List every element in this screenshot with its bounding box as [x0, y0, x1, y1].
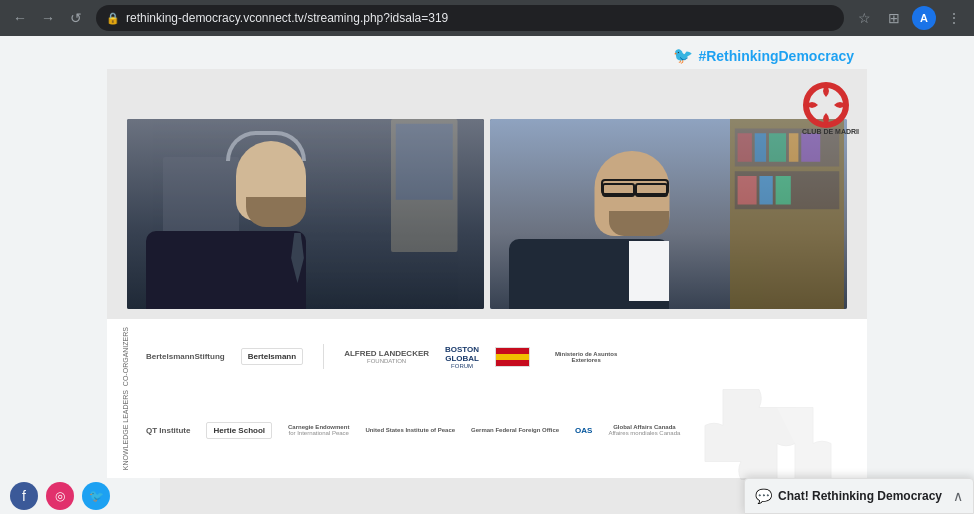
cdm-logo: CLUB DE MADRID	[794, 77, 859, 142]
co-organizers-label: CO-ORGANIZERS	[122, 327, 134, 386]
streaming-container: CLUB DE MADRID	[107, 69, 867, 514]
svg-rect-8	[738, 133, 752, 162]
co-organizers-logos: BertelsmannStiftung Bertelsmann ALFRED L…	[146, 344, 626, 369]
browser-chrome: ← → ↺ 🔒 rethinking-democracy.vconnect.tv…	[0, 0, 974, 36]
instagram-button[interactable]: ◎	[46, 482, 74, 510]
video-panels	[107, 69, 867, 319]
bookmark-button[interactable]: ☆	[852, 6, 876, 30]
divider1	[323, 344, 324, 369]
logo-us-institute: United States Institute of Peace	[365, 427, 455, 433]
logo-qt: QT Institute	[146, 426, 190, 435]
logo-spain-flag	[495, 347, 530, 367]
logo-german: German Federal Foreign Office	[471, 427, 559, 433]
svg-rect-10	[769, 133, 786, 162]
nav-buttons: ← → ↺	[8, 6, 88, 30]
forward-button[interactable]: →	[36, 6, 60, 30]
chat-icon: 💬	[755, 488, 772, 504]
logo-canada: Global Affairs Canada Affaires mondiales…	[608, 424, 680, 436]
svg-rect-5	[163, 157, 239, 243]
knowledge-logos: QT Institute Hertie School Carnegie Endo…	[146, 422, 680, 439]
svg-text:CLUB DE MADRID: CLUB DE MADRID	[802, 128, 859, 135]
video-panel-left	[127, 119, 484, 309]
address-bar[interactable]: 🔒 rethinking-democracy.vconnect.tv/strea…	[96, 5, 844, 31]
chat-title: 💬 Chat! Rethinking Democracy	[755, 488, 942, 504]
svg-rect-14	[738, 176, 757, 205]
svg-rect-16	[776, 176, 791, 205]
logo-boston: BOSTON GLOBAL FORUM	[445, 345, 479, 369]
refresh-button[interactable]: ↺	[64, 6, 88, 30]
facebook-button[interactable]: f	[10, 482, 38, 510]
logo-spain-text: Ministerio de Asuntos Exteriores	[546, 351, 626, 363]
page-content: 🐦 #RethinkingDemocracy CLUB DE MADRID	[0, 36, 974, 514]
toolbar-icons: ☆ ⊞ A ⋮	[852, 6, 966, 30]
url-text: rethinking-democracy.vconnect.tv/streami…	[126, 11, 834, 25]
hashtag-bar: 🐦 #RethinkingDemocracy	[0, 46, 974, 65]
video-panel-right	[490, 119, 847, 309]
logo-carnegie: Carnegie Endowment for International Pea…	[288, 424, 349, 436]
twitter-button[interactable]: 🐦	[82, 482, 110, 510]
logo-bertelsmann2: Bertelsmann	[241, 348, 303, 365]
svg-rect-15	[759, 176, 772, 205]
logo-alfred: ALFRED LANDECKER FOUNDATION	[344, 349, 429, 364]
extensions-button[interactable]: ⊞	[882, 6, 906, 30]
logo-hertie: Hertie School	[206, 422, 272, 439]
menu-button[interactable]: ⋮	[942, 6, 966, 30]
svg-rect-3	[396, 124, 453, 200]
person-left	[127, 119, 484, 309]
account-button[interactable]: A	[912, 6, 936, 30]
chat-expand-button[interactable]: ∧	[953, 488, 963, 504]
social-icons-bar: f ◎ 🐦	[0, 478, 160, 514]
lock-icon: 🔒	[106, 12, 120, 25]
person-right	[490, 119, 847, 309]
knowledge-leaders-label: KNOWLEDGE LEADERS	[122, 390, 134, 470]
svg-rect-9	[755, 133, 766, 162]
hashtag-text: 🐦 #RethinkingDemocracy	[673, 46, 854, 65]
logo-oas: OAS	[575, 426, 592, 435]
twitter-icon: 🐦	[673, 46, 693, 65]
logo-bertelsmann: BertelsmannStiftung	[146, 352, 225, 361]
chat-bar[interactable]: 💬 Chat! Rethinking Democracy ∧	[744, 478, 974, 514]
back-button[interactable]: ←	[8, 6, 32, 30]
